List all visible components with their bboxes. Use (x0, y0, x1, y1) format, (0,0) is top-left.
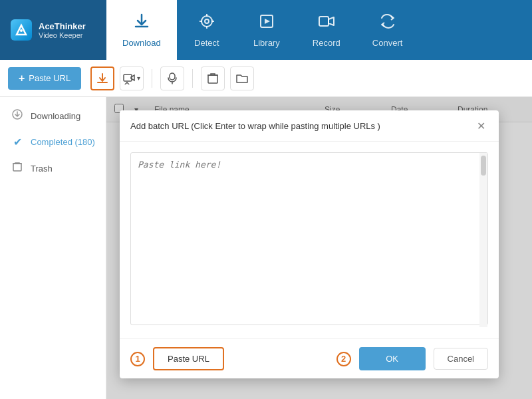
convert-tab-label: Convert (372, 38, 403, 48)
downloading-icon (11, 109, 24, 122)
tab-detect[interactable]: Detect (177, 0, 237, 60)
close-icon: ✕ (477, 120, 485, 132)
svg-rect-19 (13, 164, 21, 171)
svg-rect-12 (124, 74, 132, 81)
file-area: ▾ File name Size Date Duration Add batch… (106, 97, 532, 399)
modal-body (120, 142, 499, 338)
modal-title: Add batch URL (Click Enter to wrap while… (130, 121, 380, 131)
svg-rect-16 (208, 75, 217, 83)
badge-2: 2 (336, 352, 351, 366)
app-logo-text: AceThinker Video Keeper (39, 21, 86, 39)
svg-point-3 (205, 19, 209, 23)
url-textarea-wrapper (130, 152, 488, 328)
sidebar-item-trash[interactable]: Trash (0, 155, 106, 182)
main-content: Downloading ✔ Completed (180) Trash ▾ (0, 97, 532, 399)
modal-header: Add batch URL (Click Enter to wrap while… (120, 110, 499, 142)
footer-right: 2 OK Cancel (336, 347, 488, 370)
url-textarea[interactable] (130, 152, 488, 325)
library-tab-icon (258, 13, 275, 34)
svg-rect-14 (170, 73, 175, 80)
svg-marker-9 (265, 19, 270, 24)
download-tab-icon (133, 13, 150, 34)
completed-label: Completed (180) (31, 137, 95, 147)
paste-url-button[interactable]: + Paste URL (8, 67, 81, 90)
completed-icon: ✔ (11, 136, 24, 148)
logo-area: AceThinker Video Keeper (0, 0, 106, 60)
app-sub-name: Video Keeper (39, 31, 86, 39)
scrollbar-track (479, 153, 487, 327)
video-download-button[interactable]: ▾ (120, 66, 144, 90)
dropdown-arrow: ▾ (137, 74, 140, 82)
trash-label: Trash (31, 164, 53, 174)
tab-library[interactable]: Library (237, 0, 297, 60)
svg-rect-10 (319, 17, 329, 26)
svg-marker-11 (329, 17, 334, 25)
trash-icon (11, 162, 24, 175)
cancel-button[interactable]: Cancel (434, 348, 488, 370)
toolbar-separator-1 (152, 69, 152, 88)
downloading-label: Downloading (31, 111, 80, 121)
modal-close-button[interactable]: ✕ (473, 118, 488, 133)
paste-url-button-label: Paste URL (29, 73, 70, 83)
download-icon-button[interactable] (90, 66, 114, 90)
detect-tab-label: Detect (194, 38, 219, 48)
record-tab-icon (318, 13, 335, 34)
tab-record[interactable]: Record (297, 0, 356, 60)
batch-url-modal: Add batch URL (Click Enter to wrap while… (120, 110, 499, 378)
app-logo-icon (11, 19, 32, 41)
nav-tabs: Download Detect (106, 0, 532, 60)
modal-footer: 1 Paste URL 2 OK Cancel (120, 338, 499, 378)
svg-point-2 (201, 16, 212, 27)
tab-convert[interactable]: Convert (356, 0, 419, 60)
toolbar: + Paste URL ▾ (0, 60, 532, 97)
badge-1: 1 (130, 352, 145, 366)
top-navigation: AceThinker Video Keeper Download (0, 0, 532, 60)
microphone-button[interactable] (160, 66, 184, 90)
record-tab-label: Record (313, 38, 340, 48)
sidebar-item-downloading[interactable]: Downloading (0, 102, 106, 129)
ok-button[interactable]: OK (359, 347, 426, 370)
library-tab-label: Library (253, 38, 280, 48)
convert-tab-icon (379, 13, 396, 34)
folder-button[interactable] (230, 66, 254, 90)
delete-button[interactable] (201, 66, 225, 90)
toolbar-separator-2 (192, 69, 193, 88)
paste-url-modal-button[interactable]: Paste URL (153, 347, 224, 370)
download-tab-label: Download (122, 38, 161, 48)
sidebar: Downloading ✔ Completed (180) Trash (0, 97, 106, 399)
detect-tab-icon (198, 13, 215, 34)
scrollbar-thumb (481, 156, 486, 176)
modal-overlay: Add batch URL (Click Enter to wrap while… (106, 97, 532, 399)
sidebar-item-completed[interactable]: ✔ Completed (180) (0, 129, 106, 155)
plus-icon: + (19, 72, 25, 84)
footer-left: 1 Paste URL (130, 347, 224, 370)
tab-download[interactable]: Download (106, 0, 177, 60)
app-name: AceThinker (39, 21, 86, 31)
svg-point-1 (20, 29, 23, 32)
